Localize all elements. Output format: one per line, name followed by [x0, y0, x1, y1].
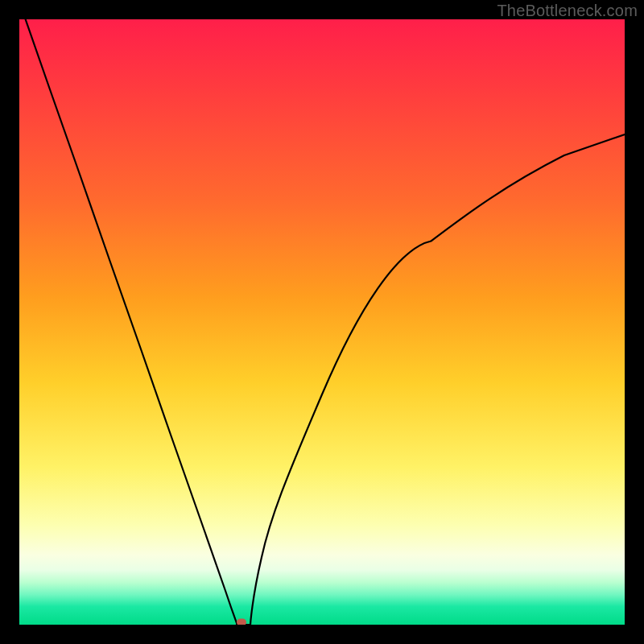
- optimal-marker: [237, 619, 246, 625]
- watermark-text: TheBottleneck.com: [497, 2, 638, 20]
- bottleneck-right-branch: [250, 134, 625, 625]
- plot-area: [19, 19, 625, 625]
- chart-frame: TheBottleneck.com: [0, 0, 644, 644]
- bottleneck-left-branch: [19, 19, 237, 625]
- bottleneck-curve: [19, 19, 625, 625]
